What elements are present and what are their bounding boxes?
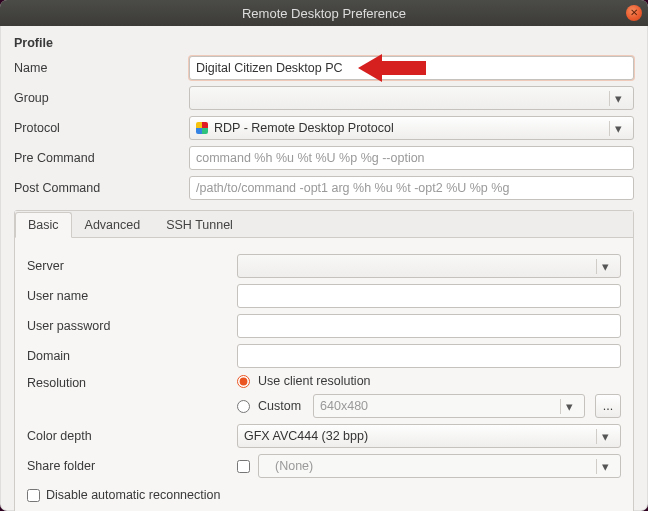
titlebar: Remote Desktop Preference ✕	[0, 0, 648, 26]
sharefolder-value: (None)	[265, 459, 590, 473]
name-input[interactable]	[189, 56, 634, 80]
post-command-input[interactable]	[189, 176, 634, 200]
row-resolution: Resolution Use client resolution Custom …	[27, 374, 621, 418]
row-pre-command: Pre Command	[14, 146, 634, 170]
resolution-client-row: Use client resolution	[237, 374, 621, 388]
row-colordepth: Color depth GFX AVC444 (32 bpp) ▾	[27, 424, 621, 448]
resolution-client-radio[interactable]	[237, 375, 250, 388]
row-server: Server ▾	[27, 254, 621, 278]
rdp-icon	[196, 122, 208, 134]
pre-command-input[interactable]	[189, 146, 634, 170]
settings-tabs: Basic Advanced SSH Tunnel Server ▾ User …	[14, 210, 634, 511]
server-label: Server	[27, 259, 237, 273]
userpassword-label: User password	[27, 319, 237, 333]
row-disable-reconnect: Disable automatic reconnection	[27, 488, 621, 502]
resolution-more-button[interactable]: ...	[595, 394, 621, 418]
domain-input[interactable]	[237, 344, 621, 368]
sharefolder-checkbox[interactable]	[237, 460, 250, 473]
resolution-custom-value: 640x480	[320, 399, 554, 413]
row-sharefolder: Share folder (None) ▾	[27, 454, 621, 478]
chevron-down-icon: ▾	[609, 121, 627, 136]
row-userpassword: User password	[27, 314, 621, 338]
row-post-command: Post Command	[14, 176, 634, 200]
group-combobox[interactable]: ▾	[189, 86, 634, 110]
window-title: Remote Desktop Preference	[242, 6, 406, 21]
disable-reconnect-checkbox[interactable]	[27, 489, 40, 502]
name-label: Name	[14, 61, 189, 75]
resolution-custom-label: Custom	[258, 399, 301, 413]
sharefolder-dropdown[interactable]: (None) ▾	[258, 454, 621, 478]
close-icon[interactable]: ✕	[626, 5, 642, 21]
protocol-dropdown[interactable]: RDP - Remote Desktop Protocol ▾	[189, 116, 634, 140]
row-username: User name	[27, 284, 621, 308]
domain-label: Domain	[27, 349, 237, 363]
colordepth-value: GFX AVC444 (32 bpp)	[244, 429, 590, 443]
protocol-value: RDP - Remote Desktop Protocol	[214, 121, 394, 135]
profile-heading: Profile	[14, 36, 634, 50]
chevron-down-icon: ▾	[560, 399, 578, 414]
resolution-label: Resolution	[27, 374, 237, 390]
preference-window: Remote Desktop Preference ✕ Profile Name…	[0, 0, 648, 511]
resolution-custom-radio[interactable]	[237, 400, 250, 413]
chevron-down-icon: ▾	[596, 459, 614, 474]
row-group: Group ▾	[14, 86, 634, 110]
post-command-label: Post Command	[14, 181, 189, 195]
username-label: User name	[27, 289, 237, 303]
resolution-custom-dropdown[interactable]: 640x480 ▾	[313, 394, 585, 418]
server-combobox[interactable]: ▾	[237, 254, 621, 278]
tabpage-basic: Server ▾ User name User password	[15, 238, 633, 511]
pre-command-label: Pre Command	[14, 151, 189, 165]
tab-advanced[interactable]: Advanced	[72, 212, 154, 238]
username-input[interactable]	[237, 284, 621, 308]
row-protocol: Protocol RDP - Remote Desktop Protocol ▾	[14, 116, 634, 140]
colordepth-label: Color depth	[27, 429, 237, 443]
chevron-down-icon: ▾	[596, 429, 614, 444]
content-area: Profile Name Group ▾ Protocol RDP - Rem	[0, 26, 648, 511]
group-label: Group	[14, 91, 189, 105]
sharefolder-label: Share folder	[27, 459, 237, 473]
row-domain: Domain	[27, 344, 621, 368]
resolution-custom-row: Custom 640x480 ▾ ...	[237, 394, 621, 418]
disable-reconnect-label: Disable automatic reconnection	[46, 488, 220, 502]
resolution-client-label: Use client resolution	[258, 374, 371, 388]
tab-ssh-tunnel[interactable]: SSH Tunnel	[153, 212, 246, 238]
tab-strip: Basic Advanced SSH Tunnel	[15, 211, 633, 238]
userpassword-input[interactable]	[237, 314, 621, 338]
colordepth-dropdown[interactable]: GFX AVC444 (32 bpp) ▾	[237, 424, 621, 448]
protocol-label: Protocol	[14, 121, 189, 135]
tab-basic[interactable]: Basic	[15, 212, 72, 238]
chevron-down-icon: ▾	[596, 259, 614, 274]
row-name: Name	[14, 56, 634, 80]
chevron-down-icon: ▾	[609, 91, 627, 106]
